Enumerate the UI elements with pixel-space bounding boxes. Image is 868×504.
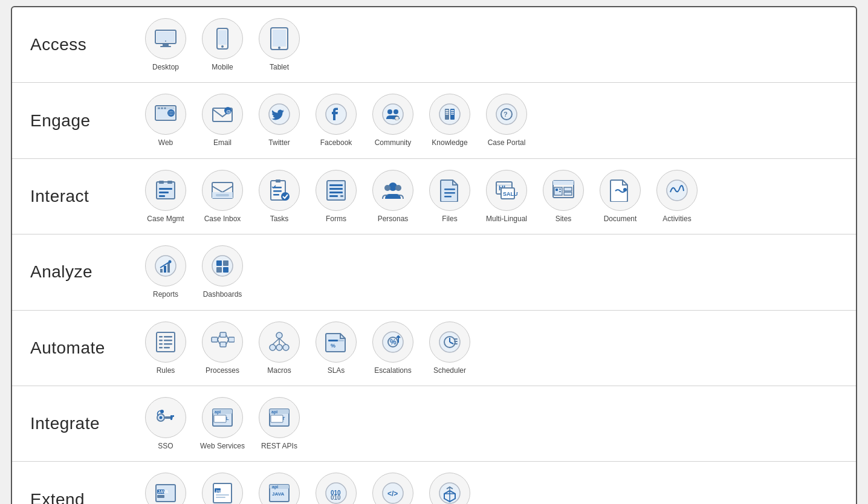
icon-item-desktop[interactable]: Desktop — [139, 18, 192, 71]
svg-rect-94 — [223, 267, 228, 273]
icon-item-web[interactable]: Web — [139, 94, 192, 147]
svg-rect-97 — [164, 336, 172, 338]
icon-item-case-portal[interactable]: ?Case Portal — [480, 94, 533, 147]
icon-item-slas[interactable]: %SLAs — [309, 321, 363, 375]
svg-point-28 — [394, 109, 398, 114]
icon-circle-community: 💬 — [372, 94, 413, 135]
icon-circle-case-inbox — [202, 170, 243, 211]
svg-point-65 — [384, 185, 390, 191]
icon-label-tablet: Tablet — [270, 63, 289, 71]
svg-rect-136 — [170, 415, 172, 420]
icon-item-sites[interactable]: Sites — [537, 170, 590, 223]
svg-rect-47 — [159, 192, 169, 193]
svg-text:api: api — [272, 485, 278, 489]
svg-rect-157 — [216, 497, 225, 498]
icon-item-personas[interactable]: Personas — [366, 170, 419, 223]
svg-point-90 — [212, 256, 233, 276]
svg-point-15 — [161, 108, 163, 109]
icon-item-document[interactable]: Document — [594, 170, 647, 223]
icons-row-access: DesktopMobileTablet — [139, 18, 306, 71]
svg-rect-100 — [159, 343, 163, 345]
svg-point-14 — [158, 108, 160, 109]
svg-text:%: % — [331, 343, 335, 349]
icon-item-dashboards[interactable]: Dashboards — [196, 245, 249, 299]
icon-item-reports[interactable]: Reports — [139, 245, 192, 299]
section-label-automate: Automate — [30, 338, 139, 358]
svg-text:api: api — [215, 410, 221, 415]
icon-item-forms[interactable]: Forms — [309, 170, 363, 223]
svg-text:%: % — [390, 338, 397, 346]
icon-label-forms: Forms — [326, 215, 346, 223]
icon-item-tablet[interactable]: Tablet — [253, 18, 306, 71]
svg-rect-81 — [559, 189, 561, 190]
svg-rect-103 — [164, 347, 170, 349]
icon-item-multi-lingual[interactable]: HISALUTMulti-Lingual — [480, 170, 533, 223]
svg-rect-95 — [157, 332, 175, 352]
svg-point-115 — [276, 344, 282, 351]
svg-rect-107 — [228, 337, 235, 342]
icon-item-java-apis[interactable]: apiJAVAJava APIs — [253, 473, 306, 504]
icon-circle-desktop — [145, 18, 186, 59]
svg-text:JAVA: JAVA — [158, 489, 169, 494]
svg-rect-6 — [218, 30, 227, 45]
icon-item-processes[interactable]: Processes — [196, 321, 249, 375]
svg-rect-137 — [172, 415, 174, 417]
icon-item-rest-apis[interactable]: apiRESTREST APIs — [253, 397, 306, 450]
icon-item-activities[interactable]: Activities — [650, 170, 704, 223]
svg-rect-2 — [160, 46, 171, 47]
icon-item-scheduler[interactable]: Scheduler — [423, 321, 476, 375]
icon-item-facebook[interactable]: Facebook — [309, 94, 363, 147]
svg-point-31 — [439, 104, 460, 124]
svg-rect-77 — [554, 187, 562, 195]
svg-text:api: api — [271, 410, 277, 415]
icon-label-tasks: Tasks — [270, 215, 289, 223]
icon-item-email[interactable]: @Email — [196, 94, 249, 147]
icon-item-tasks[interactable]: Tasks — [253, 170, 306, 223]
icon-item-macros[interactable]: Macros — [253, 321, 306, 375]
icon-circle-tablet — [259, 18, 300, 59]
icon-item-classes[interactable]: JAVAClasses — [139, 473, 192, 504]
icon-circle-facebook — [316, 94, 357, 135]
icon-circle-case-portal: ? — [486, 94, 527, 135]
svg-rect-104 — [212, 337, 218, 342]
icon-label-twitter: Twitter — [268, 138, 290, 147]
icon-circle-reports — [145, 245, 186, 286]
svg-rect-62 — [329, 195, 338, 197]
icon-item-mobile[interactable]: Mobile — [196, 18, 249, 71]
svg-text:SALUT: SALUT — [503, 191, 518, 197]
icon-item-twitter[interactable]: Twitter — [253, 94, 306, 147]
icon-item-community[interactable]: 💬Community — [366, 94, 419, 147]
icon-item-rules[interactable]: Rules — [139, 321, 192, 375]
icon-circle-case-mgmt — [145, 170, 186, 211]
icon-item-case-inbox[interactable]: Case Inbox — [196, 170, 249, 223]
svg-text:.jsp: .jsp — [215, 489, 222, 493]
svg-rect-93 — [216, 267, 222, 273]
icon-item-sandboxes[interactable]: 010010Sandboxes — [309, 473, 363, 504]
section-access: AccessDesktopMobileTablet — [12, 7, 856, 83]
svg-point-26 — [383, 104, 403, 124]
svg-line-108 — [218, 335, 220, 340]
icon-item-components[interactable]: </>Components — [366, 473, 419, 504]
svg-rect-48 — [159, 195, 165, 197]
icon-item-sso[interactable]: SSO — [139, 397, 192, 450]
icon-item-web-services[interactable]: apiWSDLWeb Services — [196, 397, 249, 450]
icon-circle-processes — [202, 321, 243, 363]
svg-rect-44 — [159, 181, 164, 184]
svg-point-66 — [395, 185, 401, 191]
icon-circle-sso — [145, 397, 186, 438]
svg-rect-35 — [445, 114, 449, 115]
icons-row-extend: JAVAClasses.jspPagesapiJAVAJava APIs0100… — [139, 473, 476, 504]
icon-item-packages[interactable]: Packages — [423, 473, 476, 504]
icon-label-sites: Sites — [555, 215, 572, 223]
icon-circle-rest-apis: apiREST — [259, 397, 300, 438]
section-extend: ExtendJAVAClasses.jspPagesapiJAVAJava AP… — [12, 462, 856, 504]
icon-item-pages[interactable]: .jspPages — [196, 473, 249, 504]
icon-circle-web — [145, 94, 186, 135]
svg-rect-46 — [159, 188, 172, 190]
icon-item-escalations[interactable]: %Escalations — [366, 321, 419, 375]
icon-item-knowledge[interactable]: Knowledge — [423, 94, 476, 147]
svg-rect-51 — [216, 194, 229, 196]
icon-item-files[interactable]: Files — [423, 170, 476, 223]
icon-item-case-mgmt[interactable]: Case Mgmt — [139, 170, 192, 223]
svg-rect-69 — [444, 196, 452, 198]
